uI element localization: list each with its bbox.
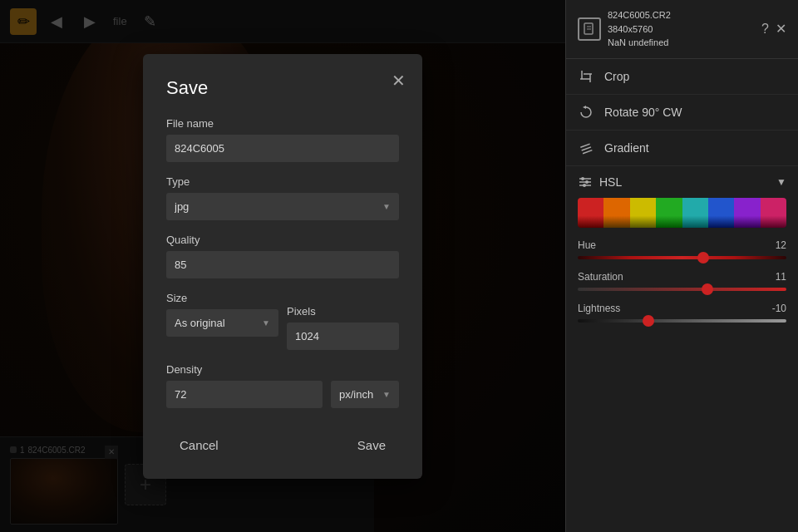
spectrum-green — [656, 198, 682, 228]
spectrum-yellow — [630, 198, 656, 228]
hue-value: 12 — [776, 239, 786, 251]
crop-tool[interactable]: Crop — [566, 59, 798, 95]
color-spectrum[interactable] — [578, 198, 786, 228]
svg-point-14 — [585, 180, 589, 184]
file-name-input[interactable] — [166, 135, 399, 162]
density-unit-wrapper: px/inch px/cm — [331, 381, 399, 408]
file-name: 824C6005.CR2 — [608, 8, 671, 22]
spectrum-blue — [708, 198, 734, 228]
svg-point-15 — [583, 184, 586, 187]
hsl-title: HSL — [578, 175, 622, 190]
density-unit-select[interactable]: px/inch px/cm — [331, 381, 399, 408]
lightness-slider-header: Lightness -10 — [578, 303, 786, 314]
pixels-section: Pixels — [287, 305, 399, 350]
lightness-label: Lightness — [578, 303, 620, 314]
modal-overlay: Save ✕ File name Type jpg png tiff webp … — [0, 0, 565, 532]
hue-slider-thumb[interactable] — [697, 252, 709, 264]
file-dimensions: 3840x5760 — [608, 22, 671, 37]
file-name-label: File name — [166, 117, 399, 130]
svg-line-9 — [583, 150, 592, 153]
spectrum-teal — [682, 198, 708, 228]
save-button[interactable]: Save — [344, 431, 399, 459]
density-input[interactable] — [166, 381, 323, 408]
size-select-wrapper: As original — [166, 309, 278, 337]
density-label: Density — [166, 363, 399, 376]
hue-label: Hue — [578, 239, 596, 251]
saturation-slider-track[interactable] — [578, 288, 786, 291]
hsl-section: HSL ▼ Hue 12 Sa — [566, 166, 798, 342]
saturation-slider-header: Saturation 11 — [578, 271, 786, 283]
hsl-dropdown-arrow[interactable]: ▼ — [776, 176, 786, 188]
hsl-icon — [578, 175, 593, 190]
density-row: px/inch px/cm — [166, 381, 399, 408]
saturation-slider-thumb[interactable] — [702, 283, 713, 295]
type-label: Type — [166, 175, 399, 188]
help-icon: ? — [761, 22, 769, 36]
rotate-tool[interactable]: Rotate 90° CW — [566, 95, 798, 131]
saturation-label: Saturation — [578, 271, 623, 283]
crop-icon — [578, 69, 594, 84]
saturation-slider-row: Saturation 11 — [578, 271, 786, 291]
lightness-slider-thumb[interactable] — [643, 315, 654, 327]
dialog-close-button[interactable]: ✕ — [392, 71, 406, 91]
file-info: 824C6005.CR2 3840x5760 NaN undefined — [578, 8, 671, 50]
size-section: Size As original — [166, 292, 278, 350]
pixels-label: Pixels — [287, 305, 399, 318]
size-label: Size — [166, 292, 278, 304]
right-panel-header: 824C6005.CR2 3840x5760 NaN undefined ? ✕ — [566, 0, 798, 59]
dialog-buttons: Cancel Save — [166, 428, 399, 459]
panel-header-icons: ? ✕ — [761, 21, 786, 37]
panel-close-icon: ✕ — [776, 22, 786, 36]
type-select-wrapper: jpg png tiff webp — [166, 193, 399, 220]
hue-slider-row: Hue 12 — [578, 239, 786, 259]
pixels-input[interactable] — [287, 323, 399, 350]
spectrum-orange — [603, 198, 629, 228]
quality-label: Quality — [166, 234, 399, 246]
hsl-label: HSL — [599, 175, 622, 189]
gradient-tool[interactable]: Gradient — [566, 131, 798, 166]
hue-slider-header: Hue 12 — [578, 239, 786, 251]
size-select[interactable]: As original — [166, 309, 278, 337]
right-panel: 824C6005.CR2 3840x5760 NaN undefined ? ✕… — [565, 0, 798, 532]
file-extra: NaN undefined — [608, 36, 671, 50]
file-details: 824C6005.CR2 3840x5760 NaN undefined — [608, 8, 671, 50]
hue-slider-track[interactable] — [578, 256, 786, 259]
save-dialog: Save ✕ File name Type jpg png tiff webp … — [143, 54, 422, 479]
dialog-close-icon: ✕ — [392, 71, 406, 90]
dialog-title: Save — [166, 77, 399, 99]
size-row: Size As original Pixels — [166, 292, 399, 350]
gradient-icon — [578, 140, 594, 155]
spectrum-purple — [734, 198, 760, 228]
svg-line-8 — [582, 146, 591, 150]
file-icon — [578, 17, 601, 41]
quality-input[interactable] — [166, 251, 399, 278]
svg-point-13 — [581, 177, 584, 180]
type-select[interactable]: jpg png tiff webp — [166, 193, 399, 220]
crop-label: Crop — [604, 70, 629, 83]
lightness-slider-row: Lightness -10 — [578, 303, 786, 323]
svg-line-7 — [580, 144, 589, 147]
spectrum-red — [578, 198, 603, 228]
saturation-value: 11 — [776, 271, 786, 283]
hsl-header: HSL ▼ — [578, 175, 786, 190]
lightness-value: -10 — [772, 303, 786, 314]
cancel-button[interactable]: Cancel — [166, 431, 232, 459]
gradient-label: Gradient — [604, 141, 649, 155]
help-button[interactable]: ? — [761, 21, 769, 37]
spectrum-pink — [761, 198, 786, 228]
lightness-slider-track[interactable] — [578, 319, 786, 323]
rotate-icon — [578, 105, 594, 120]
rotate-label: Rotate 90° CW — [604, 106, 682, 119]
panel-close-button[interactable]: ✕ — [776, 21, 786, 37]
